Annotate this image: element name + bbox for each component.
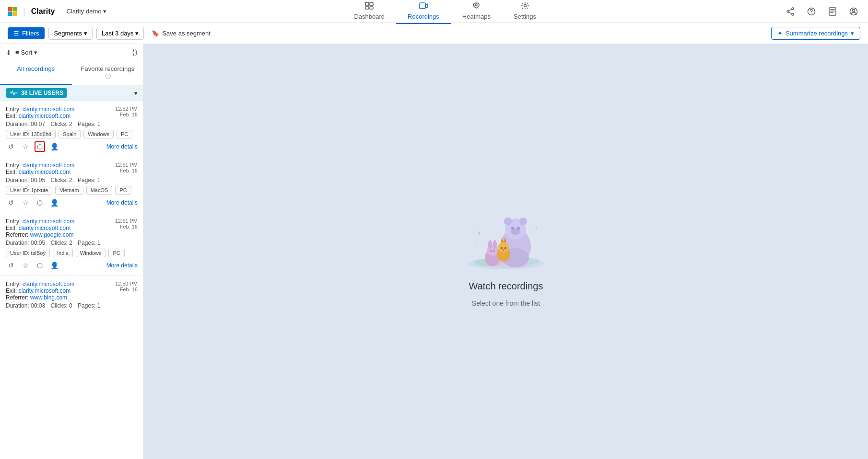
svg-point-26 (519, 218, 527, 225)
help-icon[interactable] (805, 5, 818, 18)
rec-actions: ↺ ☆ ⬡ 👤 More details (6, 197, 138, 208)
rec-header: Entry: clarity.microsoft.com Exit: clari… (6, 162, 138, 175)
entry-url[interactable]: clarity.microsoft.com (23, 106, 74, 113)
recording-item[interactable]: Entry: clarity.microsoft.com Exit: clari… (0, 276, 143, 315)
exit-url[interactable]: clarity.microsoft.com (19, 225, 70, 231)
save-segment-button[interactable]: 🔖 Save as segment (152, 30, 210, 37)
rec-meta: Duration: 00:05 Clicks: 2 Pages: 1 (6, 240, 138, 246)
recordings-icon (419, 2, 428, 11)
tab-heatmaps[interactable]: Heatmaps (451, 0, 502, 24)
sort-icon: ≡ (15, 49, 19, 56)
replay-icon[interactable]: ↺ (6, 260, 16, 271)
rec-entry-info: Entry: clarity.microsoft.com Exit: clari… (6, 218, 74, 238)
referrer-url[interactable]: www.bing.com (30, 294, 67, 301)
brand-separator: | (23, 6, 25, 16)
referrer-url[interactable]: www.google.com (30, 231, 74, 238)
rec-date-value: Feb. 16 (115, 287, 138, 292)
tab-favorite-recordings[interactable]: Favorite recordings ⓘ (72, 61, 144, 85)
favorite-icon[interactable]: ☆ (20, 260, 31, 271)
tab-all-recordings[interactable]: All recordings (0, 61, 72, 85)
svg-point-15 (811, 12, 812, 13)
favorite-icon[interactable]: ☆ (20, 197, 31, 208)
svg-rect-3 (12, 11, 17, 16)
svg-rect-7 (370, 7, 373, 9)
svg-rect-8 (420, 3, 425, 9)
svg-point-41 (501, 247, 503, 249)
date-range-button[interactable]: Last 3 days ▾ (96, 27, 144, 40)
list-header: ⬇ ≡ Sort ▾ ⟨⟩ (0, 44, 143, 61)
collapse-panel-button[interactable]: ⟨⟩ (132, 48, 138, 57)
recording-item[interactable]: Entry: clarity.microsoft.com Exit: clari… (0, 213, 143, 276)
user-icon[interactable]: 👤 (49, 141, 59, 152)
rec-tags: User ID: talBoy India Windows PC (6, 249, 138, 257)
list-tabs: All recordings Favorite recordings ⓘ (0, 61, 143, 85)
replay-icon[interactable]: ↺ (6, 141, 16, 152)
user-avatar[interactable] (847, 5, 860, 18)
pages-meta: Pages: 1 (78, 121, 100, 127)
rec-entry: Entry: clarity.microsoft.com (6, 106, 74, 113)
summarize-button[interactable]: ✦ Summarize recordings ▾ (771, 27, 860, 40)
right-panel: ✦ ✦ · ✦ Watch recordings Select one from… (144, 44, 868, 459)
svg-text:✦: ✦ (535, 227, 538, 231)
svg-point-43 (503, 249, 504, 251)
os-tag: Windows (83, 130, 114, 138)
share-icon[interactable]: ⬡ (35, 260, 45, 271)
recording-item[interactable]: Entry: clarity.microsoft.com Exit: clari… (0, 101, 143, 157)
watch-illustration: ✦ ✦ · ✦ (453, 196, 559, 273)
tab-settings[interactable]: Settings (502, 0, 548, 24)
export-icon[interactable]: ⬇ (6, 49, 12, 57)
info-icon: ⓘ (106, 73, 111, 79)
clicks-meta: Clicks: 2 (50, 121, 72, 127)
rec-header: Entry: clarity.microsoft.com Exit: clari… (6, 281, 138, 301)
tab-recordings[interactable]: Recordings (396, 0, 451, 24)
more-details-link[interactable]: More details (106, 143, 138, 150)
svg-point-9 (475, 4, 477, 6)
rec-time-value: 12:50 PM (115, 281, 138, 287)
rec-time: 12:52 PM Feb. 16 (115, 106, 138, 119)
rec-entry: Entry: clarity.microsoft.com (6, 218, 74, 225)
svg-point-38 (498, 242, 509, 252)
user-id-tag: User ID: 135d6hd (6, 130, 56, 138)
brand-name: Clarity (31, 7, 55, 16)
rec-time: 12:51 PM Feb. 16 (115, 218, 138, 238)
exit-url[interactable]: clarity.microsoft.com (19, 287, 70, 294)
filter-label: Filters (22, 30, 39, 37)
summarize-chevron: ▾ (851, 30, 854, 37)
pulse-icon (10, 90, 18, 96)
device-tag: PC (115, 186, 131, 195)
entry-url[interactable]: clarity.microsoft.com (23, 162, 74, 169)
sort-button[interactable]: ≡ Sort ▾ (15, 49, 37, 56)
nav-right (784, 5, 860, 18)
rec-exit: Exit: clarity.microsoft.com (6, 225, 74, 231)
rec-time: 12:50 PM Feb. 16 (115, 281, 138, 301)
share-nav-icon[interactable] (784, 5, 797, 18)
exit-url[interactable]: clarity.microsoft.com (19, 169, 70, 175)
share-icon[interactable]: ⬡ (35, 197, 45, 208)
device-tag: PC (117, 130, 132, 138)
tab-settings-label: Settings (514, 13, 536, 20)
demo-selector[interactable]: Clarity demo ▾ (66, 8, 106, 15)
recording-item[interactable]: Entry: clarity.microsoft.com Exit: clari… (0, 157, 143, 213)
entry-url[interactable]: clarity.microsoft.com (23, 218, 74, 225)
more-details-link[interactable]: More details (106, 262, 138, 269)
demo-chevron: ▾ (103, 8, 106, 15)
rec-time-value: 12:51 PM (115, 218, 138, 224)
segments-button[interactable]: Segments ▾ (48, 27, 93, 40)
replay-icon[interactable]: ↺ (6, 197, 16, 208)
svg-rect-0 (8, 7, 12, 11)
heatmaps-icon (472, 2, 481, 11)
brand-area: | Clarity (8, 6, 55, 16)
favorite-icon[interactable]: ☆ (20, 141, 31, 152)
share-icon[interactable]: ⬡ (35, 141, 45, 152)
user-icon[interactable]: 👤 (49, 260, 59, 271)
filters-button[interactable]: ☰ Filters (8, 27, 45, 39)
live-users-banner[interactable]: 38 LIVE USERS ▾ (0, 85, 143, 101)
more-details-link[interactable]: More details (106, 199, 138, 206)
exit-url[interactable]: clarity.microsoft.com (19, 113, 70, 119)
docs-icon[interactable] (826, 5, 839, 18)
user-icon[interactable]: 👤 (49, 197, 59, 208)
tab-dashboard[interactable]: Dashboard (342, 0, 396, 24)
entry-url[interactable]: clarity.microsoft.com (23, 281, 74, 287)
recording-list: Entry: clarity.microsoft.com Exit: clari… (0, 101, 143, 459)
rec-meta: Duration: 00:07 Clicks: 2 Pages: 1 (6, 121, 138, 127)
